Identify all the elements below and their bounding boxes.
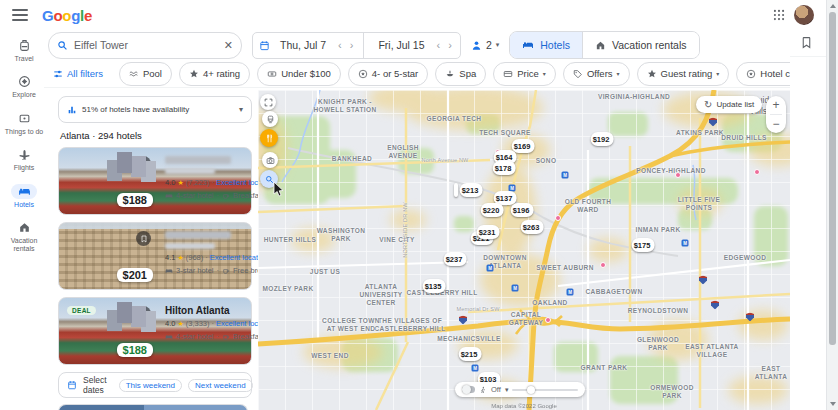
bookmark-icon[interactable] (136, 231, 151, 246)
checkout-next-icon[interactable]: › (446, 39, 454, 51)
map-price-pin[interactable]: $220 (481, 203, 504, 217)
bed-icon (165, 333, 173, 341)
sidebar-item[interactable]: Things to do (1, 111, 47, 136)
bookmark-icon[interactable] (136, 156, 151, 171)
map-price-pin[interactable]: $178 (493, 161, 516, 175)
filter-chip-icon (267, 69, 277, 79)
map-price-pin[interactable]: $213 (460, 183, 483, 197)
google-apps-icon[interactable] (772, 8, 786, 22)
map-price-pin[interactable]: $192 (591, 132, 614, 146)
coffee-icon (222, 192, 230, 200)
rail-divider (790, 56, 826, 57)
guests-selector[interactable]: 2 ▾ (471, 39, 499, 51)
toggle-caret-icon[interactable]: ▾ (505, 386, 509, 394)
scroll-up-icon[interactable] (830, 4, 836, 8)
left-nav-rail: Travel Explore Things to do Flights Hote… (0, 32, 48, 254)
sidebar-item[interactable]: Flights (1, 147, 47, 172)
star-icon: ★ (177, 179, 183, 187)
map-control-button[interactable] (262, 152, 278, 168)
next-hotel-card-partial[interactable] (58, 404, 248, 410)
bookmark-icon[interactable] (136, 306, 151, 321)
amenity-line: 4-star hotel · Breakfast ($) (165, 191, 245, 200)
filter-chip-icon (358, 69, 368, 79)
search-query[interactable]: Eiffel Tower (74, 39, 218, 51)
main-menu-icon[interactable] (12, 9, 28, 21)
poi-dot-icon[interactable] (675, 172, 681, 178)
filter-chip[interactable]: Offers ▾ (563, 62, 630, 86)
checkout-date[interactable]: Fri, Jul 15 (372, 39, 430, 51)
map-price-pin[interactable]: $135 (423, 279, 446, 293)
time-slider[interactable] (512, 389, 578, 391)
hotel-card[interactable]: $188 4.0 ★ (7,223) · Excellent location (58, 147, 252, 215)
map-price-pin[interactable]: $237 (444, 252, 467, 266)
checkin-prev-icon[interactable]: ‹ (336, 39, 344, 51)
scrollbar-thumb[interactable] (829, 12, 836, 345)
filter-chip[interactable]: 4- or 5-star (348, 62, 428, 86)
checkout-prev-icon[interactable]: ‹ (435, 39, 443, 51)
search-input[interactable]: Eiffel Tower ✕ (48, 32, 242, 59)
map-price-pin[interactable]: $196 (511, 203, 534, 217)
map-control-button[interactable] (260, 94, 276, 110)
travel-time-toggle: Off ▾ (455, 382, 585, 397)
zoom-out-button[interactable]: − (766, 115, 786, 133)
google-hotels-app: Google Eiffel Tower ✕ Thu, Jul 7 ‹ › Fri… (0, 0, 838, 410)
filter-chip[interactable]: Price ▾ (493, 62, 556, 86)
sidebar-item[interactable]: Explore (1, 74, 47, 99)
sidebar-item[interactable]: Vacation rentals (1, 220, 47, 254)
transit-station-icon[interactable] (562, 172, 569, 179)
house-icon (595, 40, 606, 51)
map-price-pin[interactable]: $215 (459, 347, 482, 361)
map-control-button[interactable] (260, 129, 278, 147)
sidebar-item[interactable]: Travel (1, 38, 47, 63)
filter-chip[interactable]: 4+ rating (179, 62, 250, 86)
hotel-details: 4.1 ★ (968) · Excellent location 3-star … (159, 223, 251, 289)
account-avatar[interactable] (794, 5, 814, 25)
update-list-button[interactable]: ↻ Update list (696, 96, 762, 113)
transit-station-icon[interactable] (487, 265, 494, 272)
transit-station-icon[interactable] (472, 365, 479, 372)
saved-items-icon[interactable] (800, 36, 813, 49)
map-price-pin[interactable]: $263 (521, 220, 544, 234)
transit-station-icon[interactable] (682, 240, 689, 247)
next-weekend-button[interactable]: Next weekend (188, 379, 253, 392)
overlay-toggle-switch[interactable] (462, 386, 475, 393)
poi-dot-icon[interactable] (545, 317, 551, 323)
clear-search-icon[interactable]: ✕ (224, 39, 233, 52)
sidebar-item[interactable]: Hotels (1, 184, 47, 209)
filter-chip[interactable]: Under $100 (257, 62, 341, 86)
transit-station-icon[interactable] (567, 289, 574, 296)
checkin-next-icon[interactable]: › (348, 39, 356, 51)
map-price-pin[interactable]: $175 (632, 238, 655, 252)
filter-chip[interactable]: Guest rating ▾ (637, 62, 730, 86)
page-scrollbar[interactable] (826, 0, 838, 410)
tab-hotels[interactable]: Hotels (510, 32, 583, 58)
poi-dot-icon[interactable] (600, 262, 606, 268)
scroll-down-icon[interactable] (830, 402, 836, 406)
sidebar-item-icon (11, 111, 37, 126)
map-zoom-control: + − (766, 96, 786, 133)
google-logo[interactable]: Google (42, 7, 92, 24)
rating-line: 4.1 ★ (968) · Excellent location (165, 253, 245, 262)
map-attribution: Map data ©2022 Google (258, 403, 790, 409)
hotel-card[interactable]: $201 4.1 ★ (968) · Excellent location (58, 222, 252, 290)
zoom-in-button[interactable]: + (766, 96, 786, 114)
person-icon (471, 40, 482, 51)
checkin-date[interactable]: Thu, Jul 7 (274, 39, 332, 51)
hotel-card[interactable]: DEAL $188 Hilton Atlanta 4.0 ★ (3,333) ·… (58, 297, 252, 365)
filter-chip[interactable]: Spa (435, 62, 486, 86)
sidebar-item-label: Flights (14, 164, 35, 172)
filter-chip[interactable]: Pool (119, 62, 172, 86)
transit-station-icon[interactable] (512, 285, 519, 292)
select-dates-label[interactable]: Select dates (83, 375, 107, 395)
poi-dot-icon[interactable] (754, 169, 760, 175)
tab-vacation-rentals[interactable]: Vacation rentals (583, 32, 699, 58)
map-price-pin[interactable]: $231 (477, 225, 500, 239)
map-control-button[interactable] (262, 111, 278, 127)
poi-dot-icon[interactable] (555, 215, 561, 221)
map-canvas[interactable]: KNIGHT PARK - HOWELL STATIONGEORGIA TECH… (258, 90, 790, 410)
filter-chip[interactable]: All filters (44, 63, 112, 85)
map-price-pin[interactable]: $169 (512, 139, 535, 153)
availability-banner[interactable]: 51% of hotels have availability ▾ (58, 96, 252, 123)
map-price-pin[interactable] (454, 183, 458, 197)
this-weekend-button[interactable]: This weekend (119, 379, 182, 392)
